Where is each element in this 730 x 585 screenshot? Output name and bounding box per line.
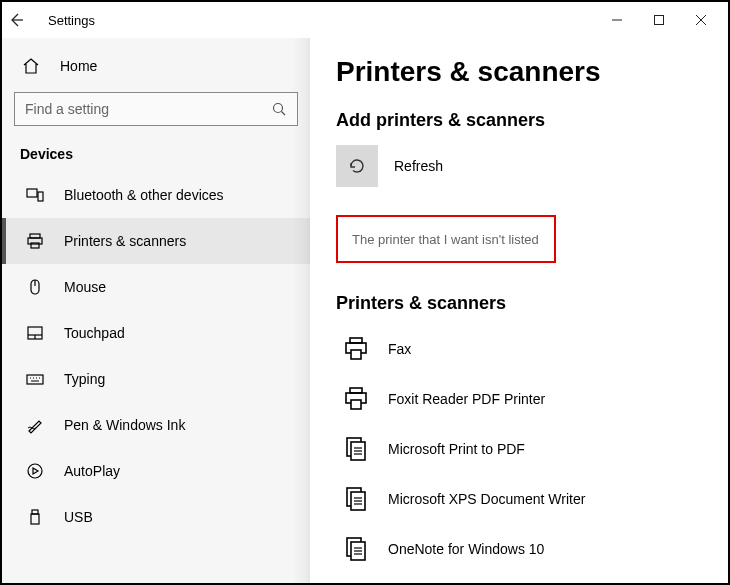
search-icon [271, 101, 287, 117]
nav-label: Printers & scanners [46, 233, 186, 249]
document-icon [336, 486, 376, 512]
document-icon [336, 536, 376, 562]
titlebar: Settings [2, 2, 728, 38]
settings-window: Settings Home Find a setting De [0, 0, 730, 585]
refresh-icon [336, 145, 378, 187]
nav-label: Typing [46, 371, 105, 387]
svg-rect-8 [30, 234, 40, 238]
refresh-label: Refresh [394, 158, 443, 174]
svg-rect-6 [27, 189, 37, 197]
printer-label: Fax [376, 341, 411, 357]
window-title: Settings [38, 13, 95, 28]
nav-label: Mouse [46, 279, 106, 295]
sidebar: Home Find a setting Devices Bluetooth & … [2, 38, 310, 583]
printer-label: Foxit Reader PDF Printer [376, 391, 545, 407]
svg-rect-7 [38, 192, 43, 201]
nav-mouse[interactable]: Mouse [2, 264, 310, 310]
page-heading: Printers & scanners [336, 56, 728, 88]
section-heading: Devices [2, 136, 310, 172]
printer-label: Microsoft XPS Document Writer [376, 491, 585, 507]
nav-usb[interactable]: USB [2, 494, 310, 540]
search-input[interactable]: Find a setting [14, 92, 298, 126]
printer-label: OneNote for Windows 10 [376, 541, 544, 557]
printer-item[interactable]: Fax [336, 324, 728, 374]
printer-icon [336, 385, 376, 413]
nav-typing[interactable]: Typing [2, 356, 310, 402]
svg-point-22 [28, 464, 42, 478]
refresh-button[interactable]: Refresh [336, 145, 728, 187]
mouse-icon [24, 278, 46, 296]
svg-rect-16 [27, 375, 43, 384]
document-icon [336, 436, 376, 462]
close-button[interactable] [680, 5, 722, 35]
printer-item[interactable]: Microsoft XPS Document Writer [336, 474, 728, 524]
home-link[interactable]: Home [2, 46, 310, 86]
back-button[interactable] [8, 12, 38, 28]
svg-rect-1 [655, 16, 664, 25]
printer-label: Microsoft Print to PDF [376, 441, 525, 457]
devices-icon [24, 186, 46, 204]
svg-rect-24 [31, 514, 39, 524]
nav-bluetooth[interactable]: Bluetooth & other devices [2, 172, 310, 218]
main-content: Printers & scanners Add printers & scann… [310, 38, 728, 583]
printer-not-listed-link[interactable]: The printer that I want isn't listed [352, 232, 539, 247]
autoplay-icon [24, 462, 46, 480]
add-heading: Add printers & scanners [336, 110, 728, 131]
list-heading: Printers & scanners [336, 293, 728, 314]
highlight-box: The printer that I want isn't listed [336, 215, 556, 263]
pen-icon [24, 416, 46, 434]
maximize-button[interactable] [638, 5, 680, 35]
touchpad-icon [24, 324, 46, 342]
home-label: Home [42, 58, 97, 74]
minimize-button[interactable] [596, 5, 638, 35]
nav-label: USB [46, 509, 93, 525]
svg-point-4 [274, 104, 283, 113]
nav-pen[interactable]: Pen & Windows Ink [2, 402, 310, 448]
nav-label: Bluetooth & other devices [46, 187, 224, 203]
nav-label: AutoPlay [46, 463, 120, 479]
svg-rect-30 [351, 400, 361, 409]
nav-label: Pen & Windows Ink [46, 417, 185, 433]
usb-icon [24, 508, 46, 526]
keyboard-icon [24, 370, 46, 388]
svg-line-5 [282, 112, 286, 116]
svg-rect-27 [351, 350, 361, 359]
printer-icon [336, 335, 376, 363]
printer-item[interactable]: OneNote for Windows 10 [336, 524, 728, 574]
printer-item[interactable]: Microsoft Print to PDF [336, 424, 728, 474]
nav-label: Touchpad [46, 325, 125, 341]
nav-printers[interactable]: Printers & scanners [2, 218, 310, 264]
nav-touchpad[interactable]: Touchpad [2, 310, 310, 356]
home-icon [20, 57, 42, 75]
nav-autoplay[interactable]: AutoPlay [2, 448, 310, 494]
printer-item[interactable]: Foxit Reader PDF Printer [336, 374, 728, 424]
printer-icon [24, 232, 46, 250]
search-placeholder: Find a setting [25, 101, 271, 117]
